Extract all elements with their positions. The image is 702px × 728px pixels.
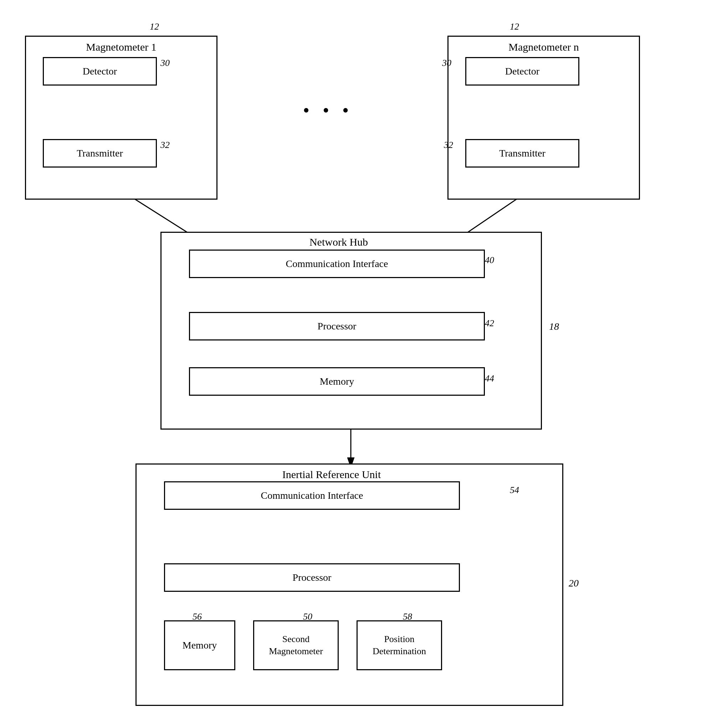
ref-40: 40 bbox=[485, 255, 494, 266]
ref-12-mag1: 12 bbox=[150, 22, 159, 32]
ref-18: 18 bbox=[549, 321, 559, 332]
ref-20: 20 bbox=[569, 578, 579, 589]
magnetometer1-detector: Detector bbox=[43, 57, 157, 85]
ref-44: 44 bbox=[485, 373, 494, 384]
ref-54: 54 bbox=[510, 485, 519, 495]
ref-32-magN: 32 bbox=[444, 140, 453, 150]
network-hub-comm: Communication Interface bbox=[189, 250, 485, 278]
ref-30-magN: 30 bbox=[442, 58, 451, 68]
inertial-processor: Processor bbox=[164, 563, 460, 592]
network-hub-memory: Memory bbox=[189, 367, 485, 396]
inertial-position: Position Determination bbox=[357, 620, 442, 670]
network-hub-title: Network Hub bbox=[267, 236, 410, 248]
magnetometer1-title: Magnetometer 1 bbox=[43, 41, 200, 53]
inertial-second-mag: Second Magnetometer bbox=[253, 620, 339, 670]
magnetometer1-transmitter: Transmitter bbox=[43, 139, 157, 168]
ref-32-mag1: 32 bbox=[160, 140, 170, 150]
ref-30-mag1: 30 bbox=[160, 58, 170, 68]
magnetometerN-transmitter: Transmitter bbox=[465, 139, 579, 168]
ref-12-magN: 12 bbox=[510, 22, 519, 32]
network-hub-processor: Processor bbox=[189, 312, 485, 341]
magnetometerN-detector: Detector bbox=[465, 57, 579, 85]
diagram: Magnetometer 1 Detector 30 Transmitter 3… bbox=[0, 0, 702, 728]
inertial-memory: Memory bbox=[164, 620, 235, 670]
inertial-comm: Communication Interface bbox=[164, 481, 460, 510]
magnetometerN-title: Magnetometer n bbox=[465, 41, 622, 53]
dots: • • • bbox=[257, 100, 399, 121]
inertial-unit-title: Inertial Reference Unit bbox=[243, 468, 421, 481]
ref-42: 42 bbox=[485, 318, 494, 329]
